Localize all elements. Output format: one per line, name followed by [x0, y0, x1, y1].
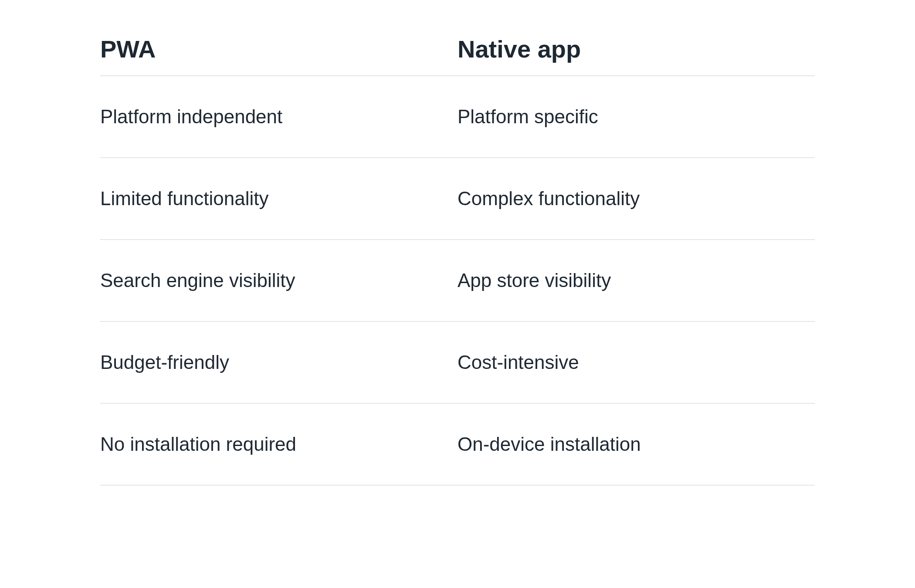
cell-pwa: Platform independent	[100, 106, 458, 128]
cell-pwa: No installation required	[100, 433, 458, 455]
comparison-table: PWA Native app Platform independent Plat…	[100, 35, 815, 486]
table-row: Budget-friendly Cost-intensive	[100, 322, 815, 404]
table-header-row: PWA Native app	[100, 35, 815, 76]
cell-pwa: Limited functionality	[100, 188, 458, 210]
cell-native: On-device installation	[458, 433, 815, 455]
cell-native: Cost-intensive	[458, 351, 815, 373]
table-row: No installation required On-device insta…	[100, 404, 815, 486]
table-row: Limited functionality Complex functional…	[100, 158, 815, 240]
cell-native: Complex functionality	[458, 188, 815, 210]
column-header-pwa: PWA	[100, 35, 458, 63]
table-row: Platform independent Platform specific	[100, 76, 815, 158]
cell-native: Platform specific	[458, 106, 815, 128]
table-row: Search engine visibility App store visib…	[100, 240, 815, 322]
column-header-native: Native app	[458, 35, 815, 63]
cell-pwa: Budget-friendly	[100, 351, 458, 373]
cell-pwa: Search engine visibility	[100, 270, 458, 291]
cell-native: App store visibility	[458, 270, 815, 291]
